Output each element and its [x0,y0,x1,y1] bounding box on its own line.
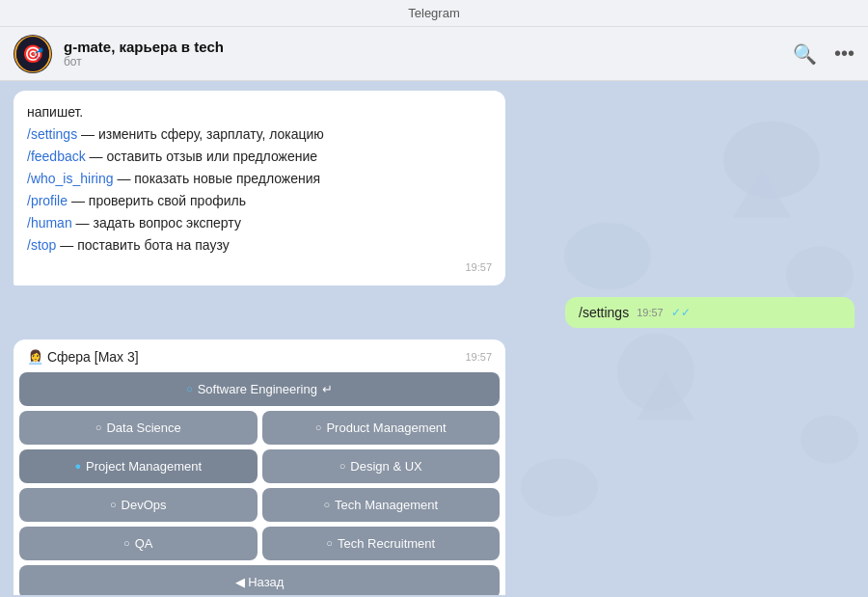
bot-message-time: 19:57 [27,259,492,276]
keyboard-title: 👩‍💼 Сфера [Max 3] [27,349,139,365]
bot-sub: бот [64,55,793,68]
kb-row-3: ● Project Management ○ Design & UX [19,449,500,483]
cmd-settings: /settings — изменить сферу, зарплату, ло… [27,124,492,145]
cmd-profile: /profile — проверить свой профиль [27,191,492,211]
cmd-feedback: /feedback — оставить отзыв или предложен… [27,147,492,167]
more-icon[interactable]: ••• [834,42,854,65]
kb-row-2: ○ Data Science ○ Product Management [19,411,500,445]
kb-row-5: ○ QA ○ Tech Recruitment [19,527,500,560]
messages-container: напишет. /settings — изменить сферу, зар… [0,81,868,595]
inline-keyboard-wrapper: 👩‍💼 Сфера [Max 3] 19:57 ○ Software Engin… [14,339,505,596]
btn-project-management[interactable]: ● Project Management [19,449,258,483]
btn-devops[interactable]: ○ DevOps [19,488,258,522]
btn-data-science[interactable]: ○ Data Science [19,411,258,445]
bot-avatar: 🎯 [14,35,52,73]
header-actions: 🔍 ••• [793,42,854,66]
back-button[interactable]: ◀ Назад [19,565,500,596]
btn-software-engineering[interactable]: ○ Software Engineering ↵ [19,372,500,406]
kb-row-1: ○ Software Engineering ↵ [19,372,500,406]
btn-tech-management[interactable]: ○ Tech Management [262,488,501,522]
bot-message-commands: напишет. /settings — изменить сферу, зар… [14,91,505,285]
keyboard-buttons: ○ Software Engineering ↵ ○ Data Science … [14,372,505,596]
btn-design-ux[interactable]: ○ Design & UX [262,449,501,483]
cmd-who-is-hiring: /who_is_hiring — показать новые предложе… [27,169,492,189]
kb-row-6: ◀ Назад [19,565,500,596]
chat-header: 🎯 g-mate, карьера в tech бот 🔍 ••• [0,27,868,81]
title-bar-label: Telegram [408,6,459,20]
btn-tech-recruitment[interactable]: ○ Tech Recruitment [262,527,501,560]
top-text: напишет. [27,102,492,122]
kb-row-4: ○ DevOps ○ Tech Management [19,488,500,522]
btn-qa[interactable]: ○ QA [19,527,258,560]
cmd-human: /human — задать вопрос эксперту [27,213,492,233]
cmd-stop: /stop — поставить бота на паузу [27,235,492,256]
keyboard-time: 19:57 [465,351,492,363]
search-icon[interactable]: 🔍 [793,42,817,66]
double-check-icon: ✓✓ [671,306,691,319]
header-info: g-mate, карьера в tech бот [64,39,793,68]
user-message-text: /settings [579,305,629,320]
keyboard-header: 👩‍💼 Сфера [Max 3] 19:57 [14,339,505,372]
chat-area: напишет. /settings — изменить сферу, зар… [0,81,868,595]
title-bar: Telegram [0,0,868,27]
bot-name: g-mate, карьера в tech [64,39,793,55]
user-message-settings: /settings 19:57 ✓✓ [565,297,854,328]
btn-product-management[interactable]: ○ Product Management [262,411,501,445]
user-message-time: 19:57 [637,307,664,318]
